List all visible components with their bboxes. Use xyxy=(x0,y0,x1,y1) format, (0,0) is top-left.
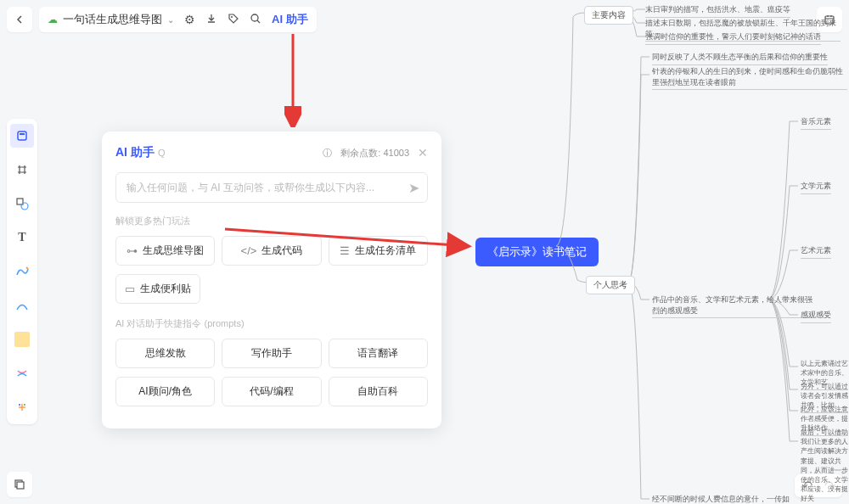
svg-rect-4 xyxy=(20,133,25,135)
tool-cross[interactable] xyxy=(10,361,34,385)
chip-prompt-translate[interactable]: 语言翻译 xyxy=(329,339,428,368)
mm-leaf[interactable]: 作品中的音乐、文学和艺术元素，给人带来很强烈的感观感受 xyxy=(652,294,813,318)
chevron-down-icon: ⌄ xyxy=(167,15,174,25)
document-title[interactable]: ☁ 一句话生成思维导图 ⌄ xyxy=(48,12,174,27)
points-remaining: 剩余点数: 41003 xyxy=(340,147,409,160)
mm-leaf[interactable]: 最后，可以借助我们让更多的人产生阅读解决方案提、建议共同，从而进一步使的音乐、文… xyxy=(801,428,848,504)
tool-shape[interactable] xyxy=(10,192,34,216)
info-icon: ⓘ xyxy=(323,147,332,160)
chip-prompt-writing[interactable]: 写作助手 xyxy=(222,339,321,368)
layers-button[interactable] xyxy=(7,472,32,497)
mm-node-main-content[interactable]: 主要内容 xyxy=(584,6,633,25)
svg-rect-10 xyxy=(17,482,24,489)
svg-rect-3 xyxy=(18,132,26,140)
ai-assistant-panel: AI 助手 Q ⓘ 剩余点数: 41003 ✕ ➤ 解锁更多热门玩法 ⊶生成思维… xyxy=(102,132,441,428)
send-icon[interactable]: ➤ xyxy=(408,180,419,196)
mm-leaf[interactable]: 针表的停银和人的生日的到来，使时间感和生命仍脆弱性里强烈地呈现在读者眼前 xyxy=(652,66,847,90)
mm-leaf-lit[interactable]: 文学元素 xyxy=(801,181,831,194)
export-icon[interactable] xyxy=(205,13,217,27)
left-sidebar: T xyxy=(7,119,37,424)
tool-text[interactable]: T xyxy=(10,226,34,249)
close-icon[interactable]: ✕ xyxy=(418,146,428,160)
tag-icon[interactable] xyxy=(228,13,239,27)
sticky-note-icon xyxy=(14,332,30,347)
chip-gen-tasks[interactable]: ☰生成任务清单 xyxy=(329,236,428,266)
svg-point-7 xyxy=(19,404,20,406)
sticky-icon: ▭ xyxy=(125,283,135,295)
mm-leaf[interactable]: 末日审判的描写，包括洪水、地震、瘟疫等 xyxy=(645,4,790,18)
ai-prompt-input[interactable] xyxy=(115,172,428,203)
tool-add[interactable] xyxy=(10,395,34,419)
mindmap-canvas[interactable]: 主要内容 个人思考 末日审判的描写，包括洪水、地震、瘟疫等 描述末日数期，包括恶… xyxy=(475,0,849,504)
code-icon: </> xyxy=(241,244,257,257)
settings-icon[interactable]: ⚙ xyxy=(184,13,195,26)
mm-leaf-art[interactable]: 艺术元素 xyxy=(801,245,831,259)
section-prompts-label: AI 对话助手快捷指令 (prompts) xyxy=(115,317,428,330)
svg-point-0 xyxy=(231,16,233,18)
svg-point-1 xyxy=(251,14,258,21)
section-unlock-label: 解锁更多热门玩法 xyxy=(115,215,428,227)
tool-node[interactable] xyxy=(10,124,34,148)
chip-prompt-wiki[interactable]: 自助百科 xyxy=(329,377,428,406)
back-button[interactable] xyxy=(7,7,32,32)
ai-assistant-button[interactable]: AI 助手 xyxy=(272,12,308,27)
mindmap-icon: ⊶ xyxy=(127,244,138,257)
ai-panel-title: AI 助手 Q xyxy=(115,145,165,160)
mm-leaf[interactable]: 同时反映了人类不顾生态平衡的后果和信仰的重要性 xyxy=(652,52,828,65)
svg-point-6 xyxy=(21,203,28,210)
doc-title-text: 一句话生成思维导图 xyxy=(63,12,162,27)
list-icon: ☰ xyxy=(340,244,350,257)
chip-gen-sticky[interactable]: ▭生成便利贴 xyxy=(115,274,200,304)
tool-sticky[interactable] xyxy=(10,328,34,351)
mm-leaf[interactable]: 经不间断的时候人费信息的意什，一传如 xyxy=(652,494,790,504)
mm-leaf[interactable]: 强调时信仰的重要性，警示人们要时刻铭记神的话语 xyxy=(645,31,821,45)
search-icon[interactable] xyxy=(250,13,261,27)
cloud-icon: ☁ xyxy=(48,14,58,25)
chip-gen-mindmap[interactable]: ⊶生成思维导图 xyxy=(115,236,215,266)
chip-prompt-code[interactable]: 代码/编程 xyxy=(222,377,321,406)
mm-leaf-feel[interactable]: 感观感受 xyxy=(801,310,831,323)
tool-pen[interactable] xyxy=(10,260,34,283)
annotation-arrow-down xyxy=(284,30,301,127)
mm-node-personal[interactable]: 个人思考 xyxy=(586,276,635,294)
chip-prompt-diverge[interactable]: 思维发散 xyxy=(115,339,215,368)
chip-gen-code[interactable]: </>生成代码 xyxy=(222,236,321,266)
chip-prompt-role[interactable]: AI顾问/角色 xyxy=(115,377,215,406)
tool-frame[interactable] xyxy=(10,158,34,182)
tool-connector[interactable] xyxy=(10,294,34,317)
mm-leaf-music[interactable]: 音乐元素 xyxy=(801,116,831,130)
svg-point-8 xyxy=(24,404,25,406)
toolbar-group: ☁ 一句话生成思维导图 ⌄ ⚙ AI 助手 xyxy=(39,7,317,32)
